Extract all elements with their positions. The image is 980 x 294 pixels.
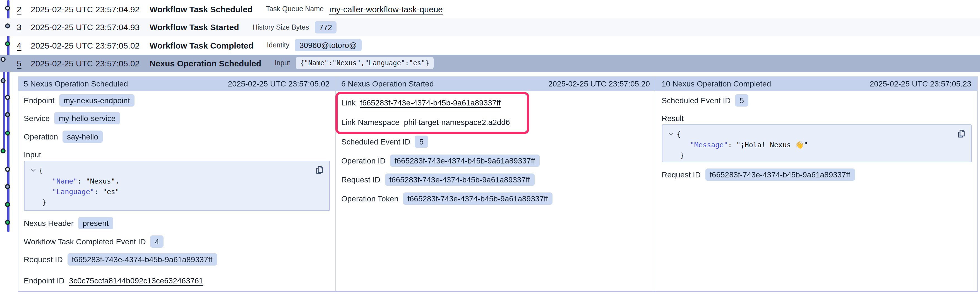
- event-time: 2025-02-25 UTC 23:57:05.02: [31, 58, 150, 68]
- field-value-badge: f665283f-743e-4374-b45b-9a61a89337ff: [390, 154, 540, 167]
- field-label: Operation: [24, 132, 58, 141]
- field-endpoint-id: Endpoint ID 3c0c75ccfa8144b092c13ce63246…: [24, 275, 329, 287]
- timeline-dot-scheduled: [5, 95, 10, 100]
- field-nexus-header: Nexus Header present: [24, 217, 329, 229]
- field-label: Scheduled Event ID: [341, 137, 410, 146]
- event-name: Workflow Task Started: [150, 22, 239, 32]
- field-value-badge: f665283f-743e-4374-b45b-9a61a89337ff: [385, 173, 535, 186]
- field-label: Service: [24, 114, 50, 123]
- timeline-dot-completed: [5, 202, 10, 207]
- panel-title: 5 Nexus Operation Scheduled: [24, 79, 128, 88]
- field-label: Link: [341, 98, 355, 107]
- field-value-badge: f665283f-743e-4374-b45b-9a61a89337ff: [403, 192, 552, 205]
- copy-icon[interactable]: [315, 166, 323, 174]
- panel-header: 6 Nexus Operation Started 2025-02-25 UTC…: [336, 76, 655, 91]
- timeline-dot-completed: [5, 130, 10, 135]
- event-list: 2 2025-02-25 UTC 23:57:04.92 Workflow Ta…: [0, 0, 980, 72]
- event-row-selected[interactable]: 5 2025-02-25 UTC 23:57:05.02 Nexus Opera…: [0, 54, 980, 72]
- field-label: Request ID: [24, 255, 63, 264]
- panel-nexus-operation-scheduled: 5 Nexus Operation Scheduled 2025-02-25 U…: [18, 76, 335, 291]
- field-request-id: Request ID f665283f-743e-4374-b45b-9a61a…: [24, 253, 329, 265]
- field-service: Service my-hello-service: [24, 112, 329, 124]
- field-endpoint: Endpoint my-nexus-endpoint: [24, 94, 329, 106]
- timeline-dot-started: [5, 112, 10, 117]
- field-label: Endpoint: [24, 96, 55, 105]
- task-queue-link[interactable]: my-caller-workflow-task-queue: [329, 5, 443, 14]
- panel-header: 5 Nexus Operation Scheduled 2025-02-25 U…: [18, 76, 335, 91]
- event-id-link[interactable]: 2: [17, 5, 31, 14]
- json-viewer-result: { "Message": "¡Hola! Nexus 👋" }: [662, 124, 971, 162]
- field-value-badge: my-nexus-endpoint: [59, 94, 135, 106]
- field-value-badge: f665283f-743e-4374-b45b-9a61a89337ff: [67, 253, 217, 265]
- event-id-link[interactable]: 4: [17, 41, 31, 50]
- panel-nexus-operation-started: 6 Nexus Operation Started 2025-02-25 UTC…: [335, 76, 655, 291]
- timeline-dot-started: [5, 184, 10, 189]
- field-input: Input: [24, 148, 329, 161]
- field-result: Result: [662, 112, 971, 124]
- field-scheduled-event-id: Scheduled Event ID 5: [662, 94, 971, 106]
- event-row[interactable]: 4 2025-02-25 UTC 23:57:05.02 Workflow Ta…: [0, 36, 980, 54]
- field-label: Result: [662, 114, 684, 123]
- panel-header: 10 Nexus Operation Completed 2025-02-25 …: [656, 76, 977, 91]
- field-value-badge: say-hello: [62, 130, 103, 143]
- link-event-link[interactable]: f665283f-743e-4374-b45b-9a61a89337ff: [360, 98, 501, 107]
- event-id-link[interactable]: 3: [17, 22, 31, 32]
- chevron-down-icon[interactable]: [668, 131, 673, 135]
- field-label: Input: [24, 150, 41, 159]
- link-namespace-link[interactable]: phil-target-namespace2.a2dd6: [404, 118, 510, 126]
- field-value-badge: my-hello-service: [54, 112, 120, 124]
- field-label: Link Namespace: [341, 118, 399, 126]
- event-attr-label: Identity: [267, 41, 290, 49]
- timeline-dot-completed: [5, 41, 10, 46]
- field-link: Link f665283f-743e-4374-b45b-9a61a89337f…: [341, 96, 650, 108]
- event-attr-label: Task Queue Name: [266, 5, 324, 13]
- timeline-dot-started: [0, 78, 6, 83]
- field-link-namespace: Link Namespace phil-target-namespace2.a2…: [341, 116, 650, 128]
- endpoint-id-link[interactable]: 3c0c75ccfa8144b092c13ce632463761: [69, 276, 203, 285]
- panel-timestamp: 2025-02-25 UTC 23:57:05.20: [548, 79, 650, 88]
- event-row[interactable]: 2 2025-02-25 UTC 23:57:04.92 Workflow Ta…: [0, 0, 980, 18]
- field-workflow-task-completed-event-id: Workflow Task Completed Event ID 4: [24, 235, 329, 248]
- event-attr-value-badge: 772: [315, 21, 337, 33]
- timeline-branch-line: [3, 60, 5, 153]
- timeline-dot-scheduled: [5, 5, 10, 10]
- chevron-down-icon[interactable]: [30, 167, 35, 172]
- field-operation-id: Operation ID f665283f-743e-4374-b45b-9a6…: [341, 154, 650, 167]
- panel-timestamp: 2025-02-25 UTC 23:57:05.02: [228, 79, 329, 88]
- json-viewer-input: { "Name": "Nexus", "Language": "es" }: [24, 161, 329, 211]
- timeline-dot-scheduled: [0, 57, 6, 62]
- panel-title: 6 Nexus Operation Started: [341, 79, 434, 88]
- event-id-link[interactable]: 5: [17, 58, 31, 68]
- field-request-id: Request ID f665283f-743e-4374-b45b-9a61a…: [341, 173, 650, 186]
- panel-title: 10 Nexus Operation Completed: [662, 79, 771, 88]
- event-time: 2025-02-25 UTC 23:57:04.92: [31, 5, 150, 14]
- event-input-badge: {"Name":"Nexus","Language":"es"}: [296, 57, 434, 69]
- event-row[interactable]: 3 2025-02-25 UTC 23:57:04.93 Workflow Ta…: [0, 18, 980, 36]
- field-value-badge: present: [78, 217, 113, 229]
- event-detail-panels: 5 Nexus Operation Scheduled 2025-02-25 U…: [18, 76, 977, 291]
- field-label: Request ID: [662, 170, 701, 179]
- field-label: Scheduled Event ID: [662, 96, 731, 105]
- timeline-dot-started: [5, 23, 10, 28]
- field-label: Nexus Header: [24, 219, 74, 227]
- field-value-badge: 5: [415, 135, 428, 148]
- field-scheduled-event-id: Scheduled Event ID 5: [341, 135, 650, 148]
- event-attr-label: History Size Bytes: [253, 24, 309, 31]
- event-name: Workflow Task Scheduled: [150, 5, 253, 14]
- field-label: Workflow Task Completed Event ID: [24, 237, 146, 246]
- field-request-id: Request ID f665283f-743e-4374-b45b-9a61a…: [662, 168, 971, 181]
- field-operation-token: Operation Token f665283f-743e-4374-b45b-…: [341, 192, 650, 205]
- field-label: Operation ID: [341, 156, 386, 165]
- panel-timestamp: 2025-02-25 UTC 23:57:05.23: [870, 79, 971, 88]
- event-time: 2025-02-25 UTC 23:57:04.93: [31, 22, 150, 32]
- field-label: Operation Token: [341, 194, 398, 203]
- panel-nexus-operation-completed: 10 Nexus Operation Completed 2025-02-25 …: [655, 76, 977, 291]
- event-time: 2025-02-25 UTC 23:57:05.02: [31, 41, 150, 50]
- field-label: Endpoint ID: [24, 276, 64, 285]
- event-attr-value-badge: 30960@totoro@: [295, 39, 361, 52]
- event-history-view: 2 2025-02-25 UTC 23:57:04.92 Workflow Ta…: [0, 0, 980, 294]
- timeline-dot-scheduled: [5, 167, 10, 172]
- timeline-dot-completed: [0, 148, 6, 153]
- copy-icon[interactable]: [957, 129, 965, 138]
- event-name: Nexus Operation Scheduled: [150, 58, 261, 68]
